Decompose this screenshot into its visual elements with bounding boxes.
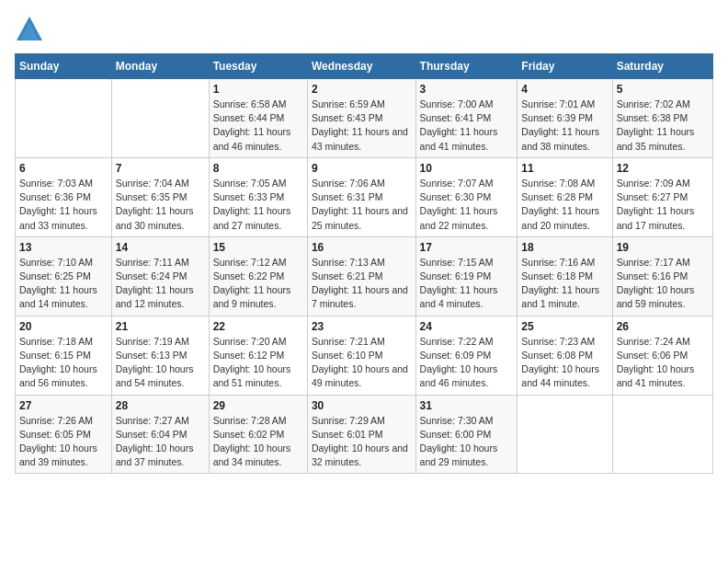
day-number: 2 <box>312 83 412 96</box>
day-info: Sunrise: 6:59 AM Sunset: 6:43 PM Dayligh… <box>312 98 412 154</box>
day-number: 3 <box>420 83 514 96</box>
calendar-cell: 7Sunrise: 7:04 AM Sunset: 6:35 PM Daylig… <box>111 157 209 236</box>
calendar-cell: 13Sunrise: 7:10 AM Sunset: 6:25 PM Dayli… <box>16 236 112 316</box>
calendar-cell: 18Sunrise: 7:16 AM Sunset: 6:18 PM Dayli… <box>518 236 612 316</box>
calendar-cell: 15Sunrise: 7:12 AM Sunset: 6:22 PM Dayli… <box>209 236 307 316</box>
day-info: Sunrise: 7:04 AM Sunset: 6:35 PM Dayligh… <box>116 177 205 233</box>
calendar-cell: 12Sunrise: 7:09 AM Sunset: 6:27 PM Dayli… <box>612 157 712 236</box>
day-info: Sunrise: 7:08 AM Sunset: 6:28 PM Dayligh… <box>521 177 608 233</box>
day-number: 7 <box>116 162 205 175</box>
day-info: Sunrise: 7:27 AM Sunset: 6:04 PM Dayligh… <box>116 414 205 470</box>
calendar-cell: 3Sunrise: 7:00 AM Sunset: 6:41 PM Daylig… <box>415 79 518 158</box>
logo-icon <box>15 15 44 44</box>
calendar-cell: 6Sunrise: 7:03 AM Sunset: 6:36 PM Daylig… <box>16 157 112 236</box>
day-info: Sunrise: 7:17 AM Sunset: 6:16 PM Dayligh… <box>617 256 709 312</box>
day-number: 18 <box>521 241 608 254</box>
day-number: 23 <box>312 320 412 333</box>
calendar-cell: 9Sunrise: 7:06 AM Sunset: 6:31 PM Daylig… <box>307 157 415 236</box>
calendar-cell: 27Sunrise: 7:26 AM Sunset: 6:05 PM Dayli… <box>16 395 112 474</box>
day-info: Sunrise: 7:05 AM Sunset: 6:33 PM Dayligh… <box>213 177 303 233</box>
day-info: Sunrise: 7:03 AM Sunset: 6:36 PM Dayligh… <box>19 177 108 233</box>
calendar-cell: 17Sunrise: 7:15 AM Sunset: 6:19 PM Dayli… <box>415 236 518 316</box>
calendar-cell: 29Sunrise: 7:28 AM Sunset: 6:02 PM Dayli… <box>209 395 307 474</box>
page-header <box>15 15 713 44</box>
calendar-header-thursday: Thursday <box>415 54 518 79</box>
calendar-table: SundayMondayTuesdayWednesdayThursdayFrid… <box>15 53 713 474</box>
day-info: Sunrise: 7:07 AM Sunset: 6:30 PM Dayligh… <box>420 177 514 233</box>
day-info: Sunrise: 7:01 AM Sunset: 6:39 PM Dayligh… <box>521 98 608 154</box>
calendar-cell: 8Sunrise: 7:05 AM Sunset: 6:33 PM Daylig… <box>209 157 307 236</box>
day-info: Sunrise: 6:58 AM Sunset: 6:44 PM Dayligh… <box>213 98 303 154</box>
calendar-cell <box>612 395 712 474</box>
day-number: 19 <box>617 241 709 254</box>
calendar-cell: 31Sunrise: 7:30 AM Sunset: 6:00 PM Dayli… <box>415 395 518 474</box>
calendar-header-row: SundayMondayTuesdayWednesdayThursdayFrid… <box>16 54 713 79</box>
day-info: Sunrise: 7:24 AM Sunset: 6:06 PM Dayligh… <box>617 335 709 391</box>
calendar-cell: 22Sunrise: 7:20 AM Sunset: 6:12 PM Dayli… <box>209 316 307 395</box>
day-info: Sunrise: 7:29 AM Sunset: 6:01 PM Dayligh… <box>312 414 412 470</box>
calendar-header-wednesday: Wednesday <box>307 54 415 79</box>
day-number: 25 <box>521 320 608 333</box>
day-info: Sunrise: 7:23 AM Sunset: 6:08 PM Dayligh… <box>521 335 608 391</box>
day-number: 13 <box>19 241 108 254</box>
day-number: 11 <box>521 162 608 175</box>
calendar-cell: 11Sunrise: 7:08 AM Sunset: 6:28 PM Dayli… <box>518 157 612 236</box>
day-number: 14 <box>116 241 205 254</box>
calendar-cell: 14Sunrise: 7:11 AM Sunset: 6:24 PM Dayli… <box>111 236 209 316</box>
calendar-header-tuesday: Tuesday <box>209 54 307 79</box>
day-info: Sunrise: 7:20 AM Sunset: 6:12 PM Dayligh… <box>213 335 303 391</box>
day-number: 24 <box>420 320 514 333</box>
calendar-week-row: 1Sunrise: 6:58 AM Sunset: 6:44 PM Daylig… <box>16 79 713 158</box>
calendar-cell: 24Sunrise: 7:22 AM Sunset: 6:09 PM Dayli… <box>415 316 518 395</box>
calendar-cell: 2Sunrise: 6:59 AM Sunset: 6:43 PM Daylig… <box>307 79 415 158</box>
day-number: 31 <box>420 399 514 412</box>
calendar-cell: 21Sunrise: 7:19 AM Sunset: 6:13 PM Dayli… <box>111 316 209 395</box>
day-info: Sunrise: 7:30 AM Sunset: 6:00 PM Dayligh… <box>420 414 514 470</box>
day-number: 20 <box>19 320 108 333</box>
day-number: 26 <box>617 320 709 333</box>
calendar-cell: 28Sunrise: 7:27 AM Sunset: 6:04 PM Dayli… <box>111 395 209 474</box>
day-number: 16 <box>312 241 412 254</box>
day-info: Sunrise: 7:16 AM Sunset: 6:18 PM Dayligh… <box>521 256 608 312</box>
day-number: 21 <box>116 320 205 333</box>
logo <box>15 15 48 44</box>
day-number: 15 <box>213 241 303 254</box>
calendar-header-saturday: Saturday <box>612 54 712 79</box>
day-info: Sunrise: 7:09 AM Sunset: 6:27 PM Dayligh… <box>617 177 709 233</box>
calendar-week-row: 6Sunrise: 7:03 AM Sunset: 6:36 PM Daylig… <box>16 157 713 236</box>
day-number: 30 <box>312 399 412 412</box>
day-number: 6 <box>19 162 108 175</box>
day-number: 1 <box>213 83 303 96</box>
calendar-cell: 20Sunrise: 7:18 AM Sunset: 6:15 PM Dayli… <box>16 316 112 395</box>
calendar-cell <box>518 395 612 474</box>
day-number: 29 <box>213 399 303 412</box>
day-number: 8 <box>213 162 303 175</box>
day-info: Sunrise: 7:21 AM Sunset: 6:10 PM Dayligh… <box>312 335 412 391</box>
calendar-cell <box>16 79 112 158</box>
day-number: 27 <box>19 399 108 412</box>
day-number: 12 <box>617 162 709 175</box>
day-info: Sunrise: 7:15 AM Sunset: 6:19 PM Dayligh… <box>420 256 514 312</box>
calendar-cell: 25Sunrise: 7:23 AM Sunset: 6:08 PM Dayli… <box>518 316 612 395</box>
day-number: 28 <box>116 399 205 412</box>
calendar-week-row: 13Sunrise: 7:10 AM Sunset: 6:25 PM Dayli… <box>16 236 713 316</box>
day-number: 9 <box>312 162 412 175</box>
calendar-cell: 4Sunrise: 7:01 AM Sunset: 6:39 PM Daylig… <box>518 79 612 158</box>
day-info: Sunrise: 7:28 AM Sunset: 6:02 PM Dayligh… <box>213 414 303 470</box>
calendar-cell: 1Sunrise: 6:58 AM Sunset: 6:44 PM Daylig… <box>209 79 307 158</box>
day-number: 17 <box>420 241 514 254</box>
calendar-cell: 19Sunrise: 7:17 AM Sunset: 6:16 PM Dayli… <box>612 236 712 316</box>
day-info: Sunrise: 7:22 AM Sunset: 6:09 PM Dayligh… <box>420 335 514 391</box>
calendar-header-monday: Monday <box>111 54 209 79</box>
day-info: Sunrise: 7:10 AM Sunset: 6:25 PM Dayligh… <box>19 256 108 312</box>
day-info: Sunrise: 7:02 AM Sunset: 6:38 PM Dayligh… <box>617 98 709 154</box>
day-info: Sunrise: 7:11 AM Sunset: 6:24 PM Dayligh… <box>116 256 205 312</box>
day-info: Sunrise: 7:18 AM Sunset: 6:15 PM Dayligh… <box>19 335 108 391</box>
day-info: Sunrise: 7:12 AM Sunset: 6:22 PM Dayligh… <box>213 256 303 312</box>
day-info: Sunrise: 7:19 AM Sunset: 6:13 PM Dayligh… <box>116 335 205 391</box>
calendar-cell: 23Sunrise: 7:21 AM Sunset: 6:10 PM Dayli… <box>307 316 415 395</box>
calendar-cell: 30Sunrise: 7:29 AM Sunset: 6:01 PM Dayli… <box>307 395 415 474</box>
calendar-cell <box>111 79 209 158</box>
day-info: Sunrise: 7:13 AM Sunset: 6:21 PM Dayligh… <box>312 256 412 312</box>
day-number: 5 <box>617 83 709 96</box>
